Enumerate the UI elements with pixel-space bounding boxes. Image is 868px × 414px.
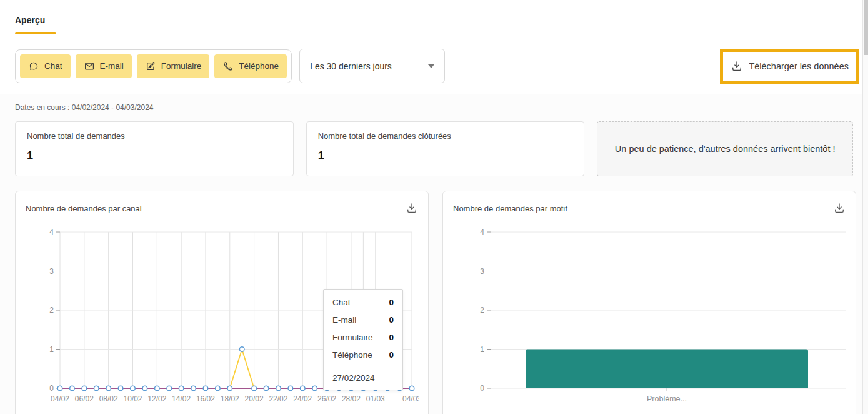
svg-text:2: 2 bbox=[480, 306, 484, 315]
filter-label: Chat bbox=[44, 61, 62, 71]
current-dates-text: Dates en cours : 04/02/2024 - 04/03/2024 bbox=[15, 103, 853, 112]
tab-active-underline bbox=[15, 32, 56, 34]
svg-text:3: 3 bbox=[480, 267, 484, 276]
phone-icon bbox=[222, 61, 234, 72]
tooltip-rows: Chat0E-mail0Formulaire0Téléphone0 bbox=[332, 298, 394, 360]
tab-bar: Aperçu bbox=[0, 0, 863, 39]
svg-text:1: 1 bbox=[480, 345, 484, 354]
tooltip-divider bbox=[332, 368, 394, 368]
svg-text:Problème...: Problème... bbox=[647, 395, 687, 403]
tooltip-row: Formulaire0 bbox=[332, 333, 394, 342]
chart-title: Nombre de demandes par motif bbox=[453, 204, 567, 213]
toolbar: ChatE-mailFormulaireTéléphone Les 30 der… bbox=[0, 38, 863, 94]
filter-label: Téléphone bbox=[239, 61, 279, 71]
svg-text:4: 4 bbox=[480, 228, 484, 236]
svg-text:04/03: 04/03 bbox=[402, 395, 419, 403]
tooltip-row: Chat0 bbox=[332, 298, 394, 307]
filter-button-chat[interactable]: Chat bbox=[20, 54, 71, 78]
svg-text:20/02: 20/02 bbox=[245, 395, 264, 403]
chart-download-icon[interactable] bbox=[833, 202, 846, 215]
svg-text:01/03: 01/03 bbox=[366, 395, 385, 403]
svg-text:26/02: 26/02 bbox=[317, 395, 336, 403]
chart-card-by-channel: Nombre de demandes par canal 0123404/020… bbox=[15, 191, 429, 414]
stat-cards-row: Nombre total de demandes 1 Nombre total … bbox=[15, 121, 853, 176]
bar-chart-by-reason[interactable]: 01234Problème... bbox=[453, 216, 848, 414]
panel-edge-divider bbox=[9, 5, 9, 30]
tooltip-row: Téléphone0 bbox=[332, 350, 394, 360]
stat-card-closed-requests: Nombre total de demandes clôturées 1 bbox=[306, 121, 585, 176]
form-icon bbox=[145, 61, 156, 72]
filter-group: ChatE-mailFormulaireTéléphone bbox=[15, 49, 292, 83]
svg-text:14/02: 14/02 bbox=[172, 395, 191, 403]
filter-button-tlphone[interactable]: Téléphone bbox=[214, 54, 287, 78]
chart-title: Nombre de demandes par canal bbox=[26, 204, 142, 213]
period-select[interactable]: Les 30 derniers jours bbox=[299, 49, 445, 83]
filter-label: Formulaire bbox=[161, 61, 202, 71]
filter-label: E-mail bbox=[100, 61, 124, 71]
svg-text:1: 1 bbox=[49, 345, 54, 354]
charts-row: Nombre de demandes par canal 0123404/020… bbox=[15, 191, 853, 414]
svg-text:0: 0 bbox=[49, 384, 54, 393]
svg-text:04/02: 04/02 bbox=[51, 395, 69, 403]
chart-tooltip: Chat0E-mail0Formulaire0Téléphone0 27/02/… bbox=[323, 289, 403, 390]
period-select-value: Les 30 derniers jours bbox=[310, 61, 392, 71]
notice-text: Un peu de patience, d'autres données arr… bbox=[615, 144, 836, 154]
svg-text:16/02: 16/02 bbox=[196, 395, 215, 403]
stat-title: Nombre total de demandes bbox=[27, 131, 282, 141]
stat-value: 1 bbox=[318, 149, 573, 163]
chart-card-by-reason: Nombre de demandes par motif 01234Problè… bbox=[442, 191, 856, 414]
tooltip-date: 27/02/2024 bbox=[332, 373, 394, 383]
svg-text:28/02: 28/02 bbox=[342, 395, 361, 403]
svg-text:22/02: 22/02 bbox=[269, 395, 287, 403]
chat-icon bbox=[28, 61, 39, 72]
stat-card-total-requests: Nombre total de demandes 1 bbox=[15, 121, 294, 176]
vertical-scrollbar[interactable] bbox=[862, 0, 868, 414]
svg-text:12/02: 12/02 bbox=[147, 395, 166, 403]
scrollbar-thumb[interactable] bbox=[864, 0, 868, 55]
tooltip-row: E-mail0 bbox=[332, 315, 394, 325]
filter-button-email[interactable]: E-mail bbox=[76, 54, 132, 78]
stat-value: 1 bbox=[27, 149, 282, 163]
svg-text:4: 4 bbox=[49, 228, 54, 236]
svg-text:2: 2 bbox=[49, 306, 54, 315]
chevron-down-icon bbox=[428, 64, 434, 68]
svg-text:06/02: 06/02 bbox=[75, 395, 94, 403]
content-area: Dates en cours : 04/02/2024 - 04/03/2024… bbox=[0, 94, 863, 414]
svg-text:10/02: 10/02 bbox=[123, 395, 142, 403]
mail-icon bbox=[84, 61, 95, 72]
download-data-button[interactable]: Télécharger les données bbox=[720, 49, 859, 84]
download-icon bbox=[731, 60, 743, 73]
tab-apercu[interactable]: Aperçu bbox=[15, 15, 45, 25]
stat-title: Nombre total de demandes clôturées bbox=[318, 131, 573, 141]
svg-text:08/02: 08/02 bbox=[99, 395, 118, 403]
chart-download-icon[interactable] bbox=[406, 202, 418, 215]
svg-text:18/02: 18/02 bbox=[221, 395, 239, 403]
coming-soon-notice: Un peu de patience, d'autres données arr… bbox=[597, 121, 853, 176]
svg-text:0: 0 bbox=[480, 384, 484, 393]
download-label: Télécharger les données bbox=[749, 61, 849, 71]
svg-text:24/02: 24/02 bbox=[293, 395, 312, 403]
filter-button-formulaire[interactable]: Formulaire bbox=[137, 54, 210, 78]
svg-text:3: 3 bbox=[49, 267, 54, 276]
